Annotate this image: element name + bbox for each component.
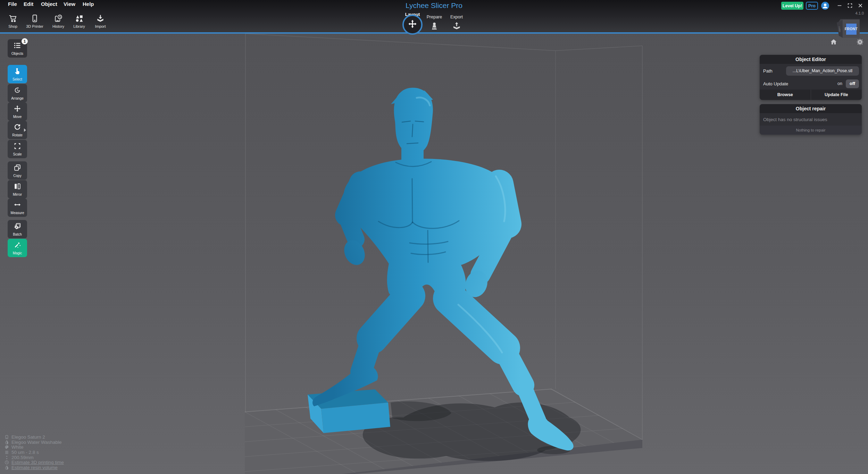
- batch-gear-icon: [14, 222, 21, 231]
- copy-icon: [14, 164, 21, 173]
- browse-button[interactable]: Browse: [760, 90, 811, 100]
- view-cube-left-label: LEFT: [838, 26, 841, 32]
- maximize-button[interactable]: [846, 2, 853, 9]
- view-cube[interactable]: LEFT FRONT: [837, 20, 860, 38]
- menu-item-help[interactable]: Help: [83, 1, 94, 7]
- toolbar-label: Shop: [8, 24, 17, 28]
- history-clock-icon: [54, 13, 63, 24]
- object-editor-panel: Object Editor Path ...L\Uber_Man_Action_…: [760, 55, 862, 100]
- gear-icon: [856, 41, 864, 47]
- toolbar-shop-button[interactable]: Shop: [3, 13, 23, 33]
- home-icon: [830, 41, 837, 47]
- figure-left-forearm: [346, 215, 356, 239]
- magic-wand-icon: [14, 241, 21, 250]
- path-label: Path: [760, 68, 773, 74]
- tool-magic[interactable]: Magic: [8, 239, 27, 257]
- object-repair-title: Object repair: [760, 104, 862, 113]
- object-list-icon: [13, 41, 22, 51]
- shapes-icon: [75, 13, 84, 24]
- toolbar-3d-printer-button[interactable]: 3D Printer: [25, 13, 45, 33]
- tool-label: Scale: [13, 152, 22, 156]
- path-input[interactable]: ...L\Uber_Man_Action_Pose.stl: [786, 66, 859, 76]
- select-hand-icon: [14, 67, 21, 76]
- supports-figure-icon[interactable]: [430, 21, 439, 32]
- status-color: White: [5, 445, 64, 450]
- tool-label: Mirror: [13, 193, 22, 196]
- level-up-button[interactable]: Level Up!: [781, 2, 803, 10]
- status-layer: 50 um - 2.8 s: [5, 450, 64, 455]
- app-header: File Edit Object View Help Shop 3D Print…: [0, 0, 868, 34]
- toolbar-library-button[interactable]: Library: [69, 13, 89, 33]
- import-download-icon: [96, 13, 105, 24]
- tool-move[interactable]: Move: [8, 102, 27, 121]
- chevron-right-icon: [24, 128, 26, 132]
- auto-update-label: Auto Update: [760, 81, 788, 86]
- printer-status-block: Elegoo Saturn 2 Elegoo Water Washable Wh…: [5, 434, 64, 470]
- minimize-button[interactable]: [836, 2, 843, 9]
- tool-label: Measure: [11, 211, 24, 215]
- toolbar-history-button[interactable]: History: [48, 13, 68, 33]
- status-height: 200.59mm: [5, 455, 64, 460]
- objects-count-badge: 1: [22, 38, 28, 44]
- view-cube-front-label: FRONT: [843, 20, 860, 38]
- home-view-button[interactable]: [830, 38, 838, 46]
- menu-item-file[interactable]: File: [8, 1, 17, 7]
- tab-prepare-label[interactable]: Prepare: [427, 15, 442, 19]
- scale-icon: [14, 142, 21, 151]
- tab-export-label[interactable]: Export: [450, 15, 463, 19]
- rotate-icon: [14, 123, 21, 132]
- tool-copy[interactable]: Copy: [8, 161, 27, 180]
- view-cube-front-face[interactable]: FRONT: [843, 20, 860, 38]
- tool-mirror[interactable]: Mirror: [8, 180, 27, 198]
- estimate-print-time-link[interactable]: Estimate 3D printing time: [5, 460, 64, 465]
- close-button[interactable]: [857, 2, 864, 9]
- auto-update-off-option[interactable]: off: [846, 79, 859, 88]
- status-resin: Elegoo Water Washable: [5, 440, 64, 445]
- tool-label: Select: [12, 77, 22, 81]
- tool-rotate[interactable]: Rotate: [8, 121, 27, 139]
- app-title: Lychee Slicer Pro: [382, 1, 486, 10]
- viewport-settings-button[interactable]: [856, 38, 865, 46]
- mirror-icon: [14, 183, 21, 192]
- auto-update-toggle[interactable]: on off: [834, 79, 859, 88]
- menu-item-object[interactable]: Object: [41, 1, 57, 7]
- object-editor-title: Object Editor: [760, 55, 862, 64]
- toolbar-label: Library: [73, 24, 85, 28]
- toolbar-label: 3D Printer: [26, 24, 43, 28]
- toolbar-import-button[interactable]: Import: [90, 13, 110, 33]
- view-cube-left-face[interactable]: LEFT: [837, 20, 843, 38]
- tool-label: Magic: [13, 251, 22, 255]
- height-icon: [5, 455, 9, 460]
- viewport-3d[interactable]: [0, 0, 868, 474]
- toolbar-label: Import: [95, 24, 106, 28]
- printer-device-icon: [30, 13, 39, 24]
- update-file-button[interactable]: Update File: [811, 90, 862, 100]
- measure-arrow-icon: [14, 201, 21, 210]
- tool-label: Move: [13, 115, 22, 119]
- menu-item-view[interactable]: View: [64, 1, 75, 7]
- tool-arrange[interactable]: Arrange: [8, 84, 27, 102]
- tool-select[interactable]: Select: [8, 65, 27, 83]
- user-icon[interactable]: [821, 1, 829, 10]
- app-window: File Edit Object View Help Shop 3D Print…: [0, 0, 868, 474]
- estimate-resin-volume-link[interactable]: Estimate resin volume: [5, 465, 64, 470]
- arrange-icon: [14, 86, 21, 95]
- status-printer: Elegoo Saturn 2: [5, 434, 64, 440]
- layers-icon: [5, 450, 9, 455]
- export-box-icon[interactable]: [452, 21, 461, 32]
- resin-drop-icon: [5, 465, 9, 470]
- tool-label: Arrange: [11, 96, 24, 100]
- pro-badge: Pro: [806, 2, 818, 10]
- clock-icon: [5, 460, 9, 465]
- version-label: 4.1.0: [856, 11, 864, 15]
- resin-drop-icon: [5, 440, 9, 445]
- move-arrows-icon: [408, 19, 417, 30]
- tool-scale[interactable]: Scale: [8, 140, 27, 158]
- tool-batch[interactable]: Batch: [8, 220, 27, 238]
- tab-layout[interactable]: [402, 15, 423, 35]
- auto-update-on-option[interactable]: on: [834, 81, 846, 86]
- move-arrows-icon: [14, 105, 21, 114]
- tool-measure[interactable]: Measure: [8, 198, 27, 217]
- nothing-to-repair-button: Nothing to repair: [760, 126, 862, 135]
- menu-item-edit[interactable]: Edit: [24, 1, 33, 7]
